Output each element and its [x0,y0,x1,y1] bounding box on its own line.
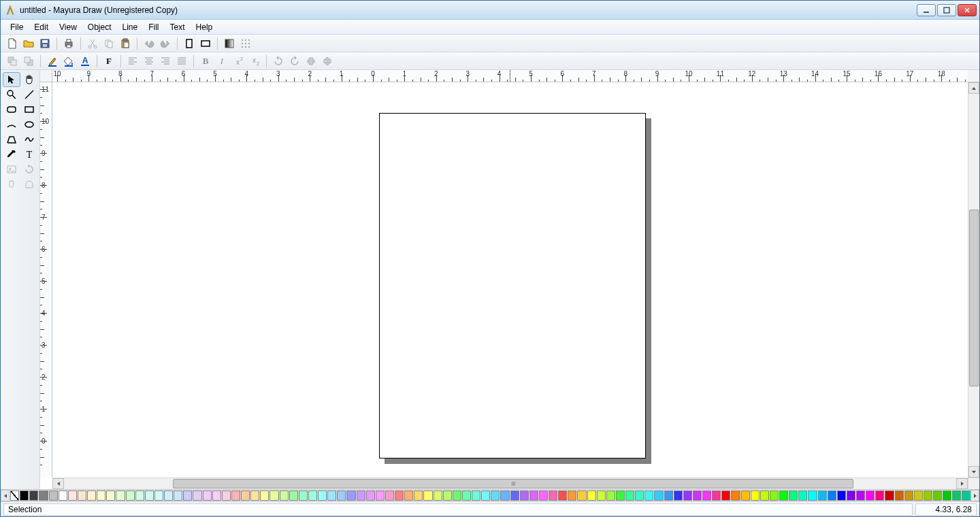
color-swatch[interactable] [549,490,557,501]
round-rect-tool[interactable] [3,103,20,116]
color-swatch[interactable] [875,490,884,501]
horizontal-scroll-thumb[interactable] [173,479,853,488]
canvas-viewport[interactable] [52,82,968,478]
text-color-button[interactable]: A [78,54,93,69]
color-swatch[interactable] [376,490,385,501]
color-swatch[interactable] [741,490,750,501]
color-swatch[interactable] [241,490,250,501]
color-swatch[interactable] [866,490,875,501]
color-swatch[interactable] [289,490,298,501]
fill-color-button[interactable] [61,54,76,69]
align-left-button[interactable] [125,54,140,69]
color-swatch[interactable] [29,490,38,501]
color-swatch[interactable] [597,490,606,501]
line-tool[interactable] [21,88,37,101]
color-swatch[interactable] [154,490,163,501]
font-button[interactable]: F [101,54,116,69]
color-swatch[interactable] [327,490,336,501]
color-swatch[interactable] [20,490,29,501]
color-swatch[interactable] [481,490,490,501]
eyedropper-tool[interactable] [3,148,20,161]
color-swatch[interactable] [712,490,721,501]
text-tool[interactable]: T [21,148,37,161]
color-swatch[interactable] [299,490,308,501]
color-swatch[interactable] [59,490,67,501]
color-swatch[interactable] [808,490,817,501]
hand-tool[interactable] [21,73,37,86]
color-swatch[interactable] [250,490,259,501]
color-swatch[interactable] [346,490,355,501]
color-swatch[interactable] [818,490,827,501]
palette-scroll-left[interactable] [1,490,10,501]
color-swatch[interactable] [87,490,96,501]
color-swatch[interactable] [357,490,365,501]
color-swatch[interactable] [193,490,201,501]
save-button[interactable] [37,36,52,51]
color-swatch[interactable] [395,490,404,501]
image-tool[interactable] [3,163,20,176]
color-swatch[interactable] [49,490,58,501]
color-swatch[interactable] [789,490,798,501]
grid-button[interactable] [238,36,253,51]
color-swatch[interactable] [904,490,913,501]
menu-edit[interactable]: Edit [29,20,54,34]
close-button[interactable] [958,4,977,16]
scroll-up-arrow[interactable] [968,82,979,94]
color-swatch[interactable] [933,490,942,501]
arc-tool[interactable] [3,118,20,131]
vertical-ruler[interactable]: 11109876543210 [40,82,52,478]
cut-button[interactable] [85,36,100,51]
undo-button[interactable] [142,36,157,51]
color-swatch[interactable] [308,490,317,501]
menu-fill[interactable]: Fill [143,20,164,34]
selection-tool[interactable] [3,73,20,86]
color-swatch[interactable] [770,490,779,501]
page-portrait-button[interactable] [182,36,197,51]
color-swatch[interactable] [721,490,730,501]
color-swatch[interactable] [491,490,500,501]
color-swatch[interactable] [183,490,192,501]
menu-text[interactable]: Text [165,20,191,34]
print-button[interactable] [61,36,76,51]
color-swatch[interactable] [924,490,932,501]
color-swatch[interactable] [443,490,452,501]
subscript-button[interactable]: x2 [247,54,262,69]
rotate-tool[interactable] [21,163,37,176]
scroll-left-arrow[interactable] [52,478,64,489]
color-swatch[interactable] [510,490,519,501]
palette-scroll-right[interactable] [970,490,979,501]
scroll-down-arrow[interactable] [968,466,979,478]
minimize-button[interactable] [917,4,936,16]
align-justify-button[interactable] [174,54,189,69]
color-swatch[interactable] [539,490,548,501]
curve-tool[interactable] [21,133,37,146]
color-swatch[interactable] [644,490,653,501]
color-swatch[interactable] [625,490,634,501]
color-swatch[interactable] [462,490,471,501]
color-swatch[interactable] [453,490,461,501]
color-swatch[interactable] [798,490,807,501]
color-swatch[interactable] [577,490,586,501]
new-button[interactable] [5,36,20,51]
color-swatch[interactable] [683,490,692,501]
color-swatch[interactable] [693,490,702,501]
bold-button[interactable]: B [198,54,213,69]
color-swatch[interactable] [423,490,432,501]
color-swatch[interactable] [895,490,904,501]
color-swatch[interactable] [847,490,855,501]
color-swatch[interactable] [39,490,48,501]
color-swatch[interactable] [568,490,576,501]
color-swatch[interactable] [337,490,346,501]
color-swatch[interactable] [616,490,625,501]
polygon-tool[interactable] [3,133,20,146]
color-swatch[interactable] [222,490,231,501]
bring-front-button[interactable] [5,54,20,69]
color-swatch[interactable] [174,490,182,501]
maximize-button[interactable] [937,4,956,16]
color-swatch[interactable] [270,490,278,501]
color-swatch[interactable] [587,490,596,501]
shape-tool[interactable] [21,178,37,191]
color-swatch[interactable] [164,490,173,501]
color-swatch[interactable] [500,490,509,501]
vertical-scroll-thumb[interactable] [969,210,979,386]
